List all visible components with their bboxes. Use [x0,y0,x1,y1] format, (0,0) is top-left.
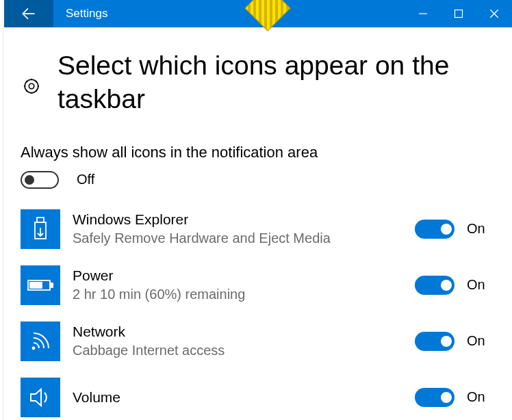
item-subtitle: Safely Remove Hardware and Eject Media [73,229,415,247]
svg-point-13 [32,346,36,350]
list-item: Volume On [21,378,496,417]
wifi-icon [21,321,60,361]
list-item: Windows Explorer Safely Remove Hardware … [21,209,496,249]
svg-rect-2 [455,10,463,18]
master-toggle-label: Always show all icons in the notificatio… [21,144,496,161]
svg-rect-7 [37,218,44,222]
titlebar: Settings [4,0,512,27]
icon-list: Windows Explorer Safely Remove Hardware … [21,209,496,417]
always-show-state: Off [77,172,94,187]
list-item: Network Cabbage Internet access On [21,321,496,361]
maximize-icon [454,9,463,18]
maximize-button[interactable] [441,0,476,27]
back-button[interactable] [4,0,53,27]
item-title: Windows Explorer [73,211,415,228]
svg-rect-12 [30,283,42,288]
item-toggle[interactable] [415,276,455,295]
item-state: On [455,389,496,405]
gear-icon [21,77,42,96]
usb-eject-icon [21,209,60,249]
list-item: Power 2 hr 10 min (60%) remaining On [21,265,496,305]
svg-point-5 [29,83,34,88]
item-toggle[interactable] [415,332,455,351]
item-toggle[interactable] [415,220,455,239]
always-show-toggle[interactable] [21,171,59,189]
minimize-button[interactable] [405,0,441,27]
item-state: On [455,277,496,293]
window-title: Settings [53,0,107,27]
back-arrow-icon [20,5,38,23]
battery-icon [21,265,60,305]
svg-marker-14 [31,389,41,406]
minimize-icon [418,9,428,18]
item-state: On [455,333,496,349]
item-title: Network [73,323,415,340]
page-title: Select which icons appear on the taskbar [57,49,496,116]
item-title: Volume [73,389,415,406]
svg-point-6 [25,79,38,93]
volume-icon [21,378,60,417]
item-toggle[interactable] [415,388,455,407]
close-icon [489,8,500,19]
item-title: Power [73,267,415,284]
svg-rect-11 [50,283,53,287]
item-subtitle: 2 hr 10 min (60%) remaining [73,285,415,303]
item-subtitle: Cabbage Internet access [73,341,415,359]
close-button[interactable] [476,0,512,27]
item-state: On [455,221,496,237]
